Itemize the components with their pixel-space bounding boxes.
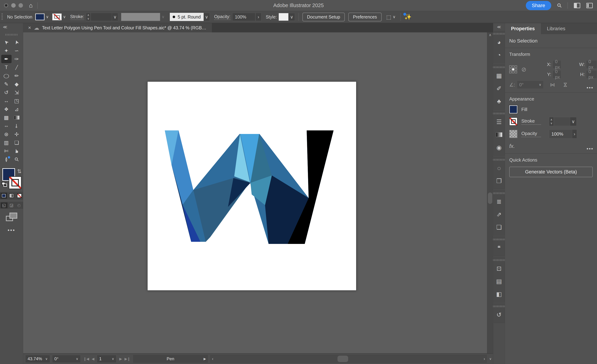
share-button[interactable]: Share [526,1,551,10]
chevron-down-icon[interactable]: ∨ [112,13,118,21]
color-guide-icon[interactable]: ◔ [494,49,504,61]
stroke-weight-label[interactable]: Stroke: [70,14,84,20]
artboards-icon[interactable]: ❏ [494,221,504,234]
minimize-window-button[interactable] [11,3,16,8]
direct-selection-tool[interactable]: ➤ [12,38,22,46]
type-tool[interactable]: T [1,63,12,71]
flip-horizontal-icon[interactable]: ⋈ [550,82,555,88]
dock-grip[interactable] [493,239,505,240]
x-field[interactable]: 0 px [553,60,561,69]
swap-fill-stroke-icon[interactable]: ⇄ [16,169,23,173]
gradient-tool[interactable] [12,113,22,122]
layers-icon[interactable]: ≣ [494,195,504,208]
zoom-level-dropdown[interactable]: 43.74% ∨ [25,355,50,363]
screen-mode-icon[interactable] [6,213,17,221]
letter-w-artwork[interactable] [165,130,334,244]
rotation-dropdown[interactable]: 0° ∨ [52,355,81,363]
reference-point-selector[interactable] [509,65,517,73]
pencil-tool[interactable]: ✎ [1,80,12,88]
style-swatch[interactable] [279,13,289,21]
preferences-button[interactable]: Preferences [348,13,382,21]
opacity-label[interactable]: Opacity: [214,14,230,20]
reshape-tool[interactable]: ⇔ [1,122,12,130]
status-options-arrow[interactable]: ▶ [204,357,206,361]
toolbar-collapse-button[interactable]: ≪ [0,23,7,32]
symbol-sprayer-tool[interactable]: ✢ [12,130,22,139]
blend-tool[interactable]: ⊛ [1,130,12,139]
default-fill-stroke-icon[interactable] [2,182,7,187]
artboard-number-dropdown[interactable]: 1 ∨ [97,355,116,363]
stroke-color-swatch[interactable] [9,176,22,189]
panel-toggle-icon[interactable] [586,3,593,8]
artboard-tool[interactable]: ❏ [12,139,22,147]
pathfinder-icon[interactable]: ◧ [494,288,504,301]
close-window-button[interactable] [4,3,8,8]
intertwine-tool[interactable]: ≬ [1,155,12,163]
eyedropper-tool[interactable]: ⊸ [12,122,22,130]
fx-effects-button[interactable]: fx. [509,143,593,149]
export-icon[interactable]: ⇗ [494,208,504,221]
rotation-angle-dropdown[interactable]: 0° ∨ [517,81,544,89]
workspace-layout-icon[interactable] [574,3,580,8]
close-tab-icon[interactable]: × [28,25,31,31]
brushes-icon[interactable]: ✐ [494,82,504,95]
magic-wand-tool[interactable]: ✦ [1,46,12,55]
opacity-options-arrow[interactable]: › [255,13,261,21]
graphic-styles-icon[interactable]: ❐ [494,175,504,187]
history-icon[interactable]: ↺ [494,308,504,321]
stroke-panel-icon[interactable]: ☰ [494,116,504,128]
zoom-window-button[interactable] [18,3,23,8]
slice-tool[interactable]: ✄ [1,147,12,155]
current-tool-status[interactable]: Pen ▶ [133,355,208,363]
dock-grip[interactable] [493,33,505,35]
shape-builder-tool[interactable]: ❖ [1,105,12,113]
stroke-weight-field[interactable] [91,13,112,21]
perspective-grid-tool[interactable]: ⊿ [12,105,22,113]
draw-behind-icon[interactable]: ◲ [8,202,15,208]
color-fill-button[interactable] [0,193,7,199]
transform-more-options[interactable]: ••• [587,85,593,91]
link-dimensions-icon[interactable]: ⊘ [520,66,528,73]
symbols-icon[interactable]: ♣ [494,95,504,108]
appearance-fill-swatch[interactable] [509,105,518,114]
scroll-down-icon[interactable]: ∨ [488,357,493,361]
artboard[interactable] [147,81,356,291]
toolbar-more-icon[interactable]: ••• [8,227,16,233]
appearance-more-options[interactable]: ••• [587,146,593,152]
appearance-opacity-swatch[interactable] [509,130,518,138]
pen-tool[interactable]: ✒ [1,55,12,63]
w-field[interactable]: 0 px [586,60,597,69]
transform-panel-icon[interactable]: ⊡ [494,262,504,275]
y-field[interactable]: 0 px [553,70,561,78]
selection-tool[interactable]: ➤ [1,38,12,46]
color-panel-icon[interactable]: ◕ [494,36,504,49]
contextual-taskbar-icon[interactable]: ✨ [404,14,411,20]
transparency-icon[interactable]: ◉ [494,141,504,154]
horizontal-scroll-thumb[interactable] [338,356,348,362]
dock-grip[interactable] [493,66,505,68]
ellipse-tool[interactable]: ◯ [1,71,12,80]
stroke-weight-stepper[interactable]: ∧∨ [549,117,554,126]
gradient-fill-button[interactable] [8,193,15,199]
flip-vertical-icon[interactable]: ⋈ [562,82,568,87]
scroll-left-icon[interactable]: ‹ [212,355,213,363]
dock-grip[interactable] [493,159,505,161]
horizontal-scrollbar[interactable]: ‹ › [210,355,487,363]
variable-width-profile-dropdown[interactable] [121,13,160,21]
scale-tool[interactable]: ⇲ [12,88,22,97]
appearance-stroke-label[interactable]: Stroke [521,118,541,125]
tab-libraries[interactable]: Libraries [541,23,572,34]
document-tab[interactable]: × ☁ Text Letter Polygon Using Pen Tool a… [23,23,212,32]
chevron-down-icon[interactable]: ∨ [570,117,577,126]
stroke-none-swatch[interactable] [52,14,62,20]
search-icon[interactable]: ⚲ [556,2,563,9]
appearance-opacity-label[interactable]: Opacity [521,131,541,137]
vertical-scroll-thumb[interactable] [488,193,492,204]
stroke-weight-field[interactable] [554,117,570,126]
fill-color-control[interactable]: ∨ [35,14,50,20]
opacity-field[interactable]: 100% [232,13,255,21]
chevron-down-icon[interactable]: ∨ [289,13,295,21]
select-similar-objects-icon[interactable]: ⬚ [386,14,391,20]
gradient-panel-icon[interactable] [494,128,504,141]
previous-artboard-icon[interactable]: ◀ [92,357,94,361]
